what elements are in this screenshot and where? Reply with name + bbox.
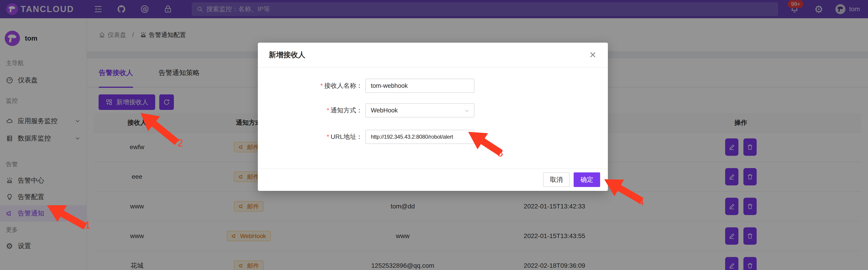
cancel-button[interactable]: 取消 [543, 172, 569, 187]
add-recipient-modal: 新增接收人 ✕ *接收人名称： *通知方式： WebHook *URL地址： 取… [258, 43, 608, 191]
notice-method-label: *通知方式： [258, 106, 363, 115]
chevron-down-icon [464, 108, 470, 114]
modal-title: 新增接收人 [269, 50, 305, 60]
confirm-button[interactable]: 确定 [574, 172, 600, 187]
recipient-name-label: *接收人名称： [258, 81, 363, 90]
recipient-name-input[interactable] [371, 82, 469, 90]
url-input[interactable] [371, 134, 469, 140]
url-label: *URL地址： [258, 133, 363, 141]
notice-method-select[interactable]: WebHook [365, 103, 474, 117]
close-icon[interactable]: ✕ [587, 49, 599, 61]
